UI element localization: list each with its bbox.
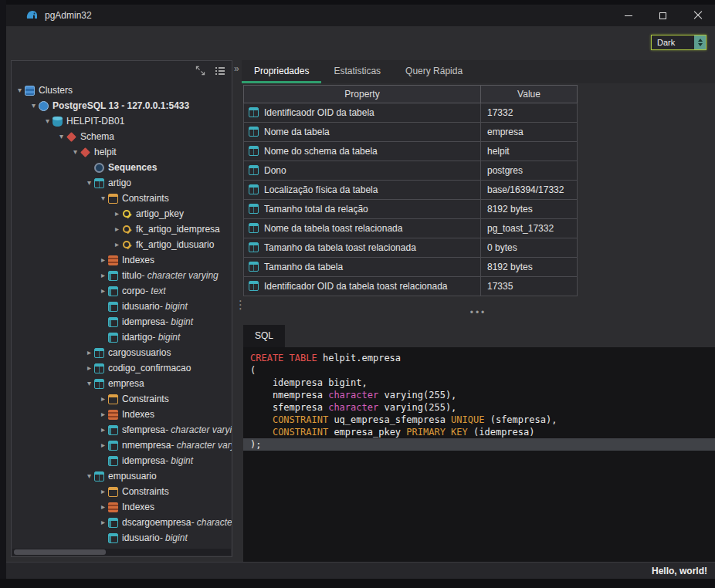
chevron-down-icon[interactable]: ▾ <box>56 129 66 144</box>
sql-editor[interactable]: CREATE TABLE helpit.empresa( idempresa b… <box>243 347 715 562</box>
property-value-cell: pg_toast_17332 <box>481 219 578 238</box>
tab-propriedades[interactable]: Propriedades <box>242 60 321 83</box>
tree-item-nmempresa[interactable]: ▸nmempresa - character varying <box>12 438 232 453</box>
panel-resize-handle[interactable]: ••• <box>242 307 715 318</box>
schema-icon <box>66 132 76 142</box>
table-row[interactable]: Identificaodr OID da tabela17332 <box>244 103 578 123</box>
tab-sql[interactable]: SQL <box>243 325 285 347</box>
screen-edge-left <box>0 0 6 588</box>
chevron-right-icon[interactable]: ▸ <box>98 484 108 499</box>
table-row[interactable]: Tamanho da tabela toast relacionada0 byt… <box>244 238 578 258</box>
toolbar: Dark <box>6 26 715 56</box>
collapse-panels-icon[interactable] <box>195 66 205 76</box>
tree-item-artigo[interactable]: ▾artigo <box>12 175 232 191</box>
table-row[interactable]: Donopostgres <box>244 161 578 181</box>
panel-splitter[interactable]: » ⋮ <box>232 60 242 557</box>
tree-indent <box>15 198 98 199</box>
expand-panel-icon[interactable]: » <box>234 63 239 74</box>
chevron-right-icon[interactable]: ▸ <box>84 360 94 376</box>
chevron-right-icon[interactable]: ▸ <box>112 206 122 221</box>
chevron-right-icon[interactable]: ▸ <box>112 221 122 237</box>
tree-item-idempresa[interactable]: idempresa - bigint <box>12 453 232 468</box>
chevron-right-icon[interactable]: ▸ <box>98 499 108 515</box>
sql-line: ( <box>250 364 715 377</box>
column-type-label: - character varying <box>171 440 232 451</box>
chevron-down-icon[interactable]: ▾ <box>15 83 25 98</box>
chevron-right-icon[interactable]: ▸ <box>98 515 108 530</box>
chevron-right-icon[interactable]: ▸ <box>98 252 108 268</box>
tree-item-indexes[interactable]: ▸Indexes <box>12 499 232 515</box>
theme-select[interactable]: Dark <box>651 35 707 50</box>
maximize-button[interactable] <box>646 5 680 26</box>
tree-item-cargosusuarios[interactable]: ▸cargosusuarios <box>12 345 232 360</box>
chevron-down-icon[interactable]: ▾ <box>70 144 80 160</box>
tree-item-helpit-db01[interactable]: ▾HELPIT-DB01 <box>12 113 232 129</box>
chevron-down-icon[interactable]: ▾ <box>84 468 94 484</box>
tab-estatisticas[interactable]: Estatisticas <box>321 60 393 83</box>
tree-item-helpit[interactable]: ▾helpit <box>12 144 232 160</box>
tree-item-codigo-confirmacao[interactable]: ▸codigo_confirmacao <box>12 360 232 376</box>
property-name: Identificador OID da tabela toast relaci… <box>264 281 447 292</box>
browser-menu-icon[interactable] <box>215 66 225 76</box>
chevron-down-icon[interactable]: ▾ <box>98 191 108 206</box>
chevron-right-icon[interactable]: ▸ <box>98 407 108 422</box>
table-row[interactable]: Identificador OID da tabela toast relaci… <box>244 277 578 296</box>
minimize-button[interactable] <box>611 5 646 26</box>
chevron-down-icon[interactable]: ▾ <box>42 113 53 129</box>
tree-item-dscargoempresa[interactable]: ▸dscargoempresa - character varying <box>12 515 232 530</box>
tree-item-label: corpo <box>122 286 145 296</box>
tab-query-r-pida[interactable]: Query Rápida <box>393 60 475 83</box>
tree-item-constraints[interactable]: ▸Constraints <box>12 391 232 407</box>
schema-icon <box>80 147 90 157</box>
scrollbar-thumb[interactable] <box>14 549 106 555</box>
tree-item-clusters[interactable]: ▾Clusters <box>12 83 232 98</box>
close-button[interactable] <box>680 5 715 26</box>
sql-tab-bar: SQL <box>242 325 715 347</box>
chevron-right-icon[interactable]: ▸ <box>98 438 108 453</box>
chevron-right-icon[interactable]: ▸ <box>98 391 108 407</box>
tree-item-fk-artigo-idempresa[interactable]: ▸fk_artigo_idempresa <box>12 221 232 237</box>
browser-panel: ▾Clusters▾PostgreSQL 13 - 127.0.0.1:5433… <box>11 60 232 557</box>
tree-item-indexes[interactable]: ▸Indexes <box>12 407 232 422</box>
tree-item-empresa[interactable]: ▾empresa <box>12 376 232 391</box>
chevron-right-icon[interactable]: ▸ <box>98 422 108 438</box>
tree-item-idartigo[interactable]: idartigo - bigint <box>12 329 232 345</box>
tree-item-constraints[interactable]: ▾Constraints <box>12 191 232 206</box>
tree-item-postgresql-13-127-0-0-1-5433[interactable]: ▾PostgreSQL 13 - 127.0.0.1:5433 <box>12 98 232 113</box>
tree-item-schema[interactable]: ▾Schema <box>12 129 232 144</box>
tree-item-artigo-pkey[interactable]: ▸artigo_pkey <box>12 206 232 221</box>
tree-horizontal-scrollbar[interactable] <box>12 549 231 556</box>
tree-item-constraints[interactable]: ▸Constraints <box>12 484 232 499</box>
table-row[interactable]: Tamanho total da relação8192 bytes <box>244 200 578 219</box>
chevron-right-icon[interactable]: ▸ <box>98 283 108 299</box>
tree-item-sfempresa[interactable]: ▸sfempresa - character varying <box>12 422 232 438</box>
sql-token: varying(255), <box>378 402 456 413</box>
tree-item-sequences[interactable]: Sequences <box>12 160 232 175</box>
property-name-cell: Tamanho total da relação <box>244 200 481 219</box>
table-row[interactable]: Nome da tabela toast relacionadapg_toast… <box>244 219 578 238</box>
table-row[interactable]: Localização física da tabelabase/16394/1… <box>244 181 578 200</box>
table-row[interactable]: Nome da tabelaempresa <box>244 123 578 142</box>
property-value-cell: 0 bytes <box>481 238 578 258</box>
tree-item-titulo[interactable]: ▸titulo - character varying <box>12 268 232 283</box>
chevron-right-icon[interactable]: ▸ <box>84 345 94 360</box>
tree-item-idusuario[interactable]: idusuario - bigint <box>12 530 232 546</box>
table-row[interactable]: Nome do schema da tabelahelpit <box>244 142 578 161</box>
chevron-updown-icon[interactable] <box>694 35 706 49</box>
chevron-right-icon[interactable]: ▸ <box>98 268 108 283</box>
chevron-right-icon[interactable]: ▸ <box>112 237 122 252</box>
tree-item-empusuario[interactable]: ▾empusuario <box>12 468 232 484</box>
tree-item-idusuario[interactable]: idusuario - bigint <box>12 299 232 314</box>
tree-item-idempresa[interactable]: idempresa - bigint <box>12 314 232 329</box>
pgadmin-logo-icon <box>25 8 39 22</box>
table-row[interactable]: Tamanho da tabela8192 bytes <box>244 258 578 277</box>
chevron-down-icon[interactable]: ▾ <box>29 98 39 113</box>
tree-item-indexes[interactable]: ▸Indexes <box>12 252 232 268</box>
chevron-down-icon[interactable]: ▾ <box>84 376 94 391</box>
property-value-cell: base/16394/17332 <box>481 181 578 200</box>
tree-indent <box>15 476 84 477</box>
tree-item-fk-artigo-idusuario[interactable]: ▸fk_artigo_idusuario <box>12 237 232 252</box>
chevron-down-icon[interactable]: ▾ <box>84 175 94 191</box>
tree-item-corpo[interactable]: ▸corpo - text <box>12 283 232 299</box>
property-name: Tamanho total da relação <box>264 204 368 215</box>
